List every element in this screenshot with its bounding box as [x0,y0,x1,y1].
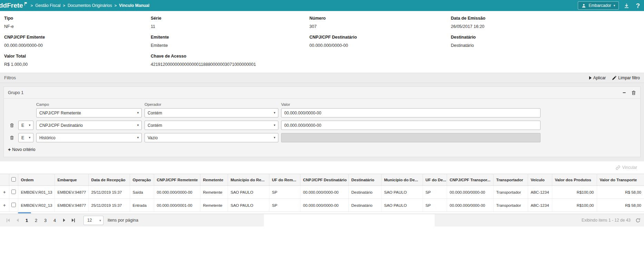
page-size-select[interactable]: 12 ▾ [83,216,103,225]
select-arrow-icon: ▼ [28,124,31,127]
campo-select[interactable]: CNPJ/CPF Destinatário ▼ [36,121,142,130]
help-button[interactable]: ? [634,2,641,9]
cell-valor-produtos: R$100,00 [552,199,597,212]
breadcrumb-item-documentos-originarios[interactable]: Documentos Originários [68,3,112,8]
operador-select-value: Vazio [148,135,158,140]
column-header-destinatario[interactable]: Destinatário [348,174,381,186]
cell-destinatario: Destinatário [348,186,381,199]
add-criterion-label: Novo critério [12,147,35,152]
valor-input[interactable] [281,121,541,130]
first-page-icon [7,219,7,222]
column-header-cnpj-remetente[interactable]: CNPJ/CPF Remetente [154,174,200,186]
column-header-cnpj-transportador[interactable]: CNPJ/CPF Transpor... [447,174,493,186]
add-criterion-button[interactable]: + Novo critério [8,147,36,152]
clear-filter-button[interactable]: Limpar filtro [612,75,640,80]
results-table: Ordem Embarque Data de Recepção Operação… [0,174,644,214]
apply-filter-button[interactable]: Aplicar [589,75,606,80]
refresh-button[interactable] [635,218,641,223]
cell-data-recepcao: 25/11/2019 15:37 [88,199,130,212]
operador-select[interactable]: Contém ▼ [145,108,278,118]
field-label: CNPJ/CPF Destinatário [309,35,451,40]
column-header-uf-dest[interactable]: UF do De... [423,174,447,186]
pagination-bar: 1 2 3 4 12 ▾ itens por página Exibindo i… [0,214,644,226]
page-number-4[interactable]: 4 [50,216,59,225]
select-arrow-icon: ▼ [273,124,276,127]
page-number-2[interactable]: 2 [31,216,41,225]
conjunction-select[interactable]: E ▼ [18,133,33,142]
select-arrow-icon: ▼ [273,136,276,139]
cell-valor-produtos: R$100,00 [552,186,597,199]
conjunction-select[interactable]: E ▼ [18,121,33,130]
field-value: 11 [151,24,309,29]
field-value: Emitente [151,43,309,48]
column-header-cnpj-destinatario[interactable]: CNPJ/CPF Destinatário [300,174,348,186]
expand-row-icon[interactable]: + [3,203,6,208]
column-header-valor-transporte[interactable]: Valor do Transporte [597,174,644,186]
previous-page-button[interactable] [13,216,22,225]
apply-filter-label: Aplicar [593,75,606,80]
field-label: Número [309,16,451,21]
breadcrumb-item-gestao-fiscal[interactable]: Gestão Fiscal [35,3,60,8]
select-arrow-icon: ▼ [28,136,31,139]
operador-select[interactable]: Vazio ▼ [145,133,278,142]
field-value: 00.000.000/0000-00 [4,43,151,48]
column-header-embarque[interactable]: Embarque [55,174,88,186]
collapse-group-button[interactable]: − [623,90,626,95]
row-checkbox[interactable] [11,190,16,194]
page-number-3[interactable]: 3 [41,216,50,225]
cell-cnpj-destinatario: 00.000.000/0000-00 [300,186,348,199]
chevron-down-icon: ▾ [99,219,101,222]
field-label: Tipo [4,16,151,21]
column-header-remetente[interactable]: Remetente [200,174,228,186]
row-checkbox[interactable] [11,203,16,207]
download-button[interactable] [623,2,630,9]
cell-destinatario: Destinatário [348,199,381,212]
refresh-icon [635,218,641,223]
delete-criterion-button[interactable] [8,123,16,128]
campo-select[interactable]: CNPJ/CPF Remetente ▼ [36,108,142,118]
column-header-ordem[interactable]: Ordem [18,174,55,186]
delete-criterion-button[interactable] [8,135,16,140]
operador-select[interactable]: Contém ▼ [145,121,278,130]
next-page-button[interactable] [59,216,69,225]
cell-valor-transporte: R$ 58,00 [597,199,644,212]
field-label: Série [151,16,309,21]
field-value: NF-e [4,24,151,29]
app-logo-text: ddFrete [0,0,23,11]
cell-transportador: Transportador [493,199,528,212]
cell-ordem: EMBDEV.R01_13 [18,186,55,199]
select-arrow-icon: ▼ [137,111,139,114]
doc-field-emitente: Emitente Emitente [151,35,309,48]
user-role-button[interactable]: Embarcador ▾ [578,1,619,10]
field-value: 307 [309,24,451,29]
doc-field-cnpj-emitente: CNPJ/CPF Emitente 00.000.000/0000-00 [4,35,151,48]
scrollbar-thumb[interactable] [18,212,31,213]
doc-field-tipo: Tipo NF-e [4,16,151,29]
breadcrumb-separator: > [115,3,117,8]
select-all-checkbox[interactable] [11,177,16,182]
column-header-veiculo[interactable]: Veículo [528,174,552,186]
vincular-button[interactable]: Vincular [614,165,639,170]
previous-page-icon [17,219,19,222]
expand-row-icon[interactable]: + [3,190,6,195]
column-header-municipio-dest[interactable]: Município do De... [381,174,423,186]
column-header-valor-produtos[interactable]: Valor dos Produtos [552,174,597,186]
campo-select[interactable]: Histórico ▼ [36,133,142,142]
valor-input[interactable] [281,108,541,118]
cell-cnpj-remetente: 00.000.000/0000-00 [154,186,200,199]
last-page-button[interactable] [69,216,78,225]
page-number-1[interactable]: 1 [22,216,31,225]
column-header-operacao[interactable]: Operação [130,174,154,186]
first-page-button[interactable] [3,216,13,225]
cell-operacao: Entrada [130,199,154,212]
column-header-uf-rem[interactable]: UF do Rem... [269,174,300,186]
filters-title: Filtros [4,75,16,80]
cell-data-recepcao: 25/11/2019 15:37 [88,186,130,199]
pager-status-text: Exibindo itens 1 - 12 de 43 [582,218,631,223]
valor-input-disabled [281,133,541,142]
column-header-transportador[interactable]: Transportador [493,174,528,186]
filter-criterion-row: E ▼ Histórico ▼ Vazio ▼ [4,133,640,142]
column-header-municipio-rem[interactable]: Município do Re... [228,174,269,186]
delete-group-button[interactable] [631,90,636,95]
column-header-data-recepcao[interactable]: Data de Recepção [88,174,130,186]
